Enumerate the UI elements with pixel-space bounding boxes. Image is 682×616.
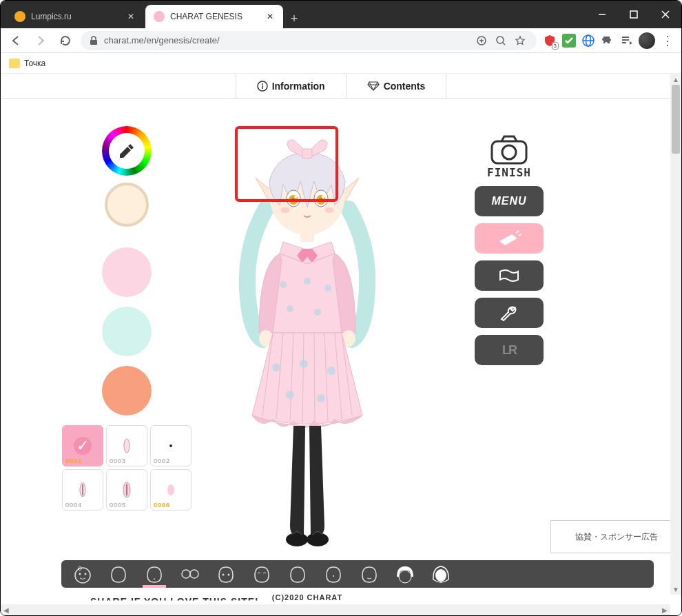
scroll-left-arrow[interactable]: ◀ xyxy=(1,604,12,615)
item-option-6[interactable]: 0006 xyxy=(150,469,192,511)
head-outline-icon xyxy=(145,564,164,584)
url-text: charat.me/en/genesis/create/ xyxy=(104,35,220,45)
playlist-icon xyxy=(621,34,633,47)
svg-point-51 xyxy=(304,278,311,285)
close-icon xyxy=(661,10,670,19)
cat-face-1[interactable] xyxy=(104,562,133,586)
favicon-icon xyxy=(154,11,165,22)
svg-point-55 xyxy=(272,363,280,371)
install-icon xyxy=(476,35,487,46)
reload-button[interactable] xyxy=(56,31,75,50)
maximize-button[interactable] xyxy=(618,1,650,28)
address-bar[interactable]: charat.me/en/genesis/create/ xyxy=(81,31,537,50)
svg-point-74 xyxy=(228,574,230,576)
tab-lumpics[interactable]: Lumpics.ru ✕ xyxy=(6,5,144,28)
settings-tool-button[interactable] xyxy=(475,298,544,328)
svg-point-71 xyxy=(190,570,198,578)
minimize-button[interactable] xyxy=(586,1,618,28)
menu-label: MENU xyxy=(491,195,526,207)
flag-tool-button[interactable] xyxy=(475,260,544,291)
ear-shape-icon xyxy=(166,484,176,496)
cat-eyes[interactable] xyxy=(211,562,240,586)
profile-avatar[interactable] xyxy=(639,32,655,49)
new-tab-button[interactable]: + xyxy=(285,9,304,28)
ext-adblock[interactable]: 3 xyxy=(542,33,557,48)
svg-point-37 xyxy=(280,207,290,213)
svg-rect-1 xyxy=(630,11,637,18)
vertical-scrollbar[interactable]: ▲ ▼ xyxy=(670,74,681,595)
check-icon xyxy=(562,34,576,48)
cat-hair-back[interactable] xyxy=(426,562,455,586)
brush-tool-button[interactable] xyxy=(475,223,544,254)
character-preview: (C)2020 CHARAT xyxy=(194,126,421,567)
cat-hair-front[interactable] xyxy=(391,562,420,586)
item-option-2[interactable]: 0003 xyxy=(106,425,147,466)
color-swatch-3[interactable] xyxy=(102,366,152,415)
item-option-3[interactable]: 0002 xyxy=(150,425,192,466)
svg-line-9 xyxy=(503,43,505,45)
ad-sponsor-box[interactable]: 協賛・スポンサー広告 xyxy=(550,520,681,553)
dice-head-icon xyxy=(72,564,93,584)
bookmark-button[interactable] xyxy=(512,32,528,49)
tab-contents[interactable]: Contents xyxy=(347,74,447,98)
svg-point-52 xyxy=(324,285,331,291)
tab-charat[interactable]: CHARAT GENESIS ✕ xyxy=(145,5,283,28)
svg-point-53 xyxy=(287,305,293,312)
svg-point-75 xyxy=(333,575,334,577)
mirror-tool-button[interactable]: LR xyxy=(475,335,544,365)
ext-check[interactable] xyxy=(561,33,577,48)
cat-face-2[interactable] xyxy=(140,562,169,586)
scroll-thumb[interactable] xyxy=(672,85,680,154)
cat-mouth[interactable] xyxy=(355,562,384,586)
item-option-1[interactable]: 0001 xyxy=(62,425,103,466)
zoom-button[interactable] xyxy=(493,32,509,49)
color-picker-button[interactable] xyxy=(102,126,152,176)
page-viewport: Information Contents xyxy=(1,74,681,615)
head-eyes-icon xyxy=(216,564,236,584)
color-swatch-2[interactable] xyxy=(102,307,152,356)
bookmark-label[interactable]: Точка xyxy=(24,59,45,68)
svg-point-61 xyxy=(307,533,329,546)
tab-information[interactable]: Information xyxy=(236,74,347,98)
cat-face-3[interactable] xyxy=(283,562,312,586)
extensions-puzzle-button[interactable] xyxy=(600,33,615,48)
close-icon[interactable]: ✕ xyxy=(126,12,136,21)
svg-line-64 xyxy=(516,231,519,233)
reading-list-button[interactable] xyxy=(619,33,634,48)
scroll-down-arrow[interactable]: ▼ xyxy=(670,584,681,595)
install-app-button[interactable] xyxy=(473,32,490,49)
ext-translate[interactable] xyxy=(581,33,596,48)
skin-color-swatch[interactable] xyxy=(105,183,149,227)
svg-point-54 xyxy=(314,309,321,316)
cat-brows[interactable] xyxy=(247,562,276,586)
ear-shape-icon xyxy=(78,482,87,498)
svg-point-68 xyxy=(85,573,87,575)
forward-button[interactable] xyxy=(31,31,50,50)
item-id: 0001 xyxy=(65,458,82,464)
close-icon[interactable]: ✕ xyxy=(265,12,275,21)
scroll-up-arrow[interactable]: ▲ xyxy=(670,74,681,85)
scroll-right-arrow[interactable]: ▶ xyxy=(659,604,670,615)
lock-icon xyxy=(89,36,99,45)
horizontal-scrollbar[interactable]: ◀ ▶ xyxy=(1,604,670,615)
color-swatch-1[interactable] xyxy=(102,247,152,297)
svg-point-60 xyxy=(286,533,308,546)
hair-front-icon xyxy=(395,564,415,584)
menu-button[interactable]: MENU xyxy=(475,186,544,216)
left-palette: 0001 0003 0002 0004 xyxy=(61,126,192,511)
finish-button[interactable]: FINISH xyxy=(487,133,531,179)
browser-window: Lumpics.ru ✕ CHARAT GENESIS ✕ + xyxy=(0,0,682,616)
cat-nose[interactable] xyxy=(319,562,348,586)
close-button[interactable] xyxy=(650,1,681,28)
head-outline-icon xyxy=(288,564,307,584)
back-button[interactable] xyxy=(6,31,25,50)
item-option-4[interactable]: 0004 xyxy=(62,469,103,511)
cat-random[interactable] xyxy=(68,562,97,586)
svg-point-8 xyxy=(497,37,504,43)
cat-glasses[interactable] xyxy=(176,562,205,586)
item-option-5[interactable]: 0005 xyxy=(106,469,147,511)
browser-menu-button[interactable]: ⋮ xyxy=(659,32,676,49)
item-id: 0003 xyxy=(110,458,126,464)
svg-point-59 xyxy=(317,394,325,402)
globe-icon xyxy=(581,34,595,48)
